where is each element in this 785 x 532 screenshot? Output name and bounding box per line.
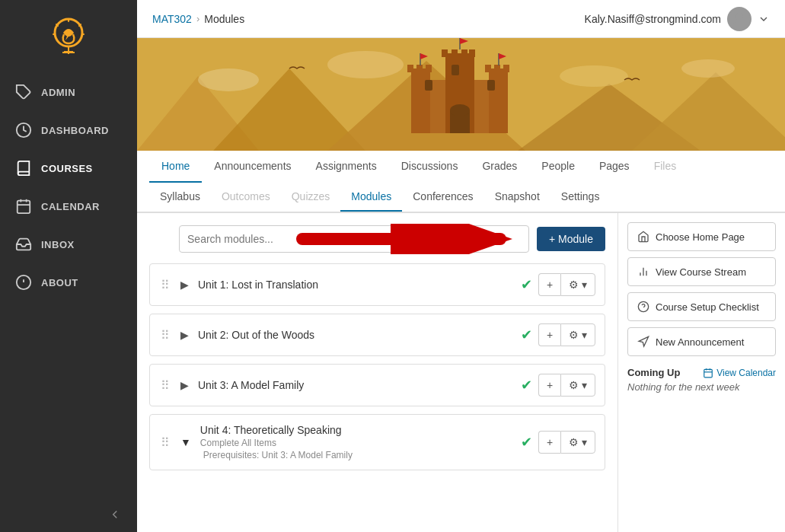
module-title-unit2: Unit 2: Out of the Woods [198, 329, 515, 341]
tab-modules[interactable]: Modules [340, 183, 402, 212]
add-item-unit3-button[interactable]: + [538, 374, 560, 397]
tab-quizzes[interactable]: Quizzes [281, 183, 341, 212]
modules-area: + Module ⠿ ▶ Unit 1: Lost in Translation… [137, 213, 617, 532]
sidebar-item-calendar-label: CALENDAR [41, 201, 100, 212]
tab-snapshot[interactable]: Snapshot [484, 183, 550, 212]
svg-rect-41 [487, 80, 495, 91]
module-actions-unit3: + ⚙ ▾ [538, 374, 595, 397]
sidebar-item-about-label: ABOUT [41, 277, 78, 288]
breadcrumb-separator: › [196, 13, 199, 24]
svg-point-39 [450, 104, 470, 116]
sidebar-item-admin[interactable]: ADMIN [0, 73, 137, 111]
sidebar-collapse-button[interactable] [0, 497, 137, 532]
search-bar-container [179, 225, 529, 253]
breadcrumb-course[interactable]: MAT302 [152, 13, 192, 25]
svg-rect-30 [485, 65, 491, 72]
module-header-unit2: ⠿ ▶ Unit 2: Out of the Woods ✔ + ⚙ ▾ [150, 314, 605, 355]
svg-rect-29 [426, 65, 432, 72]
module-prereq-label-unit4: Prerequisites: Unit 3: A Model Family [203, 450, 515, 460]
course-setup-checklist-label: Course Setup Checklist [656, 301, 759, 313]
add-item-unit4-button[interactable]: + [538, 431, 560, 454]
tab-outcomes[interactable]: Outcomes [211, 183, 281, 212]
tab-settings[interactable]: Settings [550, 183, 611, 212]
inbox-icon [15, 236, 32, 253]
tab-discussions[interactable]: Discussions [389, 151, 471, 183]
expand-unit1-button[interactable]: ▶ [177, 277, 192, 292]
tab-files[interactable]: Files [642, 151, 689, 183]
svg-rect-36 [461, 49, 467, 57]
nothing-text: Nothing for the next week [627, 381, 776, 393]
settings-unit1-button[interactable]: ⚙ ▾ [560, 273, 595, 296]
module-check-unit1: ✔ [521, 276, 532, 293]
expand-unit4-button[interactable]: ▼ [177, 435, 194, 450]
sidebar-item-admin-label: ADMIN [41, 87, 75, 98]
svg-rect-56 [704, 369, 713, 377]
add-module-label: + Module [549, 233, 593, 245]
breadcrumb: MAT302 › Modules [152, 13, 244, 25]
drag-handle-unit3[interactable]: ⠿ [159, 377, 171, 394]
tab-syllabus[interactable]: Syllabus [149, 183, 211, 212]
add-module-button[interactable]: + Module [537, 227, 605, 251]
svg-rect-31 [494, 65, 500, 72]
tab-assignments[interactable]: Assignments [304, 151, 389, 183]
new-announcement-button[interactable]: New Announcement [627, 327, 776, 356]
settings-unit2-button[interactable]: ⚙ ▾ [560, 323, 595, 346]
svg-rect-34 [442, 49, 448, 57]
course-setup-checklist-button[interactable]: Course Setup Checklist [627, 292, 776, 321]
view-calendar-link[interactable]: View Calendar [703, 368, 776, 378]
info-icon [15, 274, 32, 291]
svg-point-13 [736, 12, 744, 21]
add-item-unit2-button[interactable]: + [538, 323, 560, 346]
svg-point-23 [681, 59, 735, 78]
tab-home[interactable]: Home [149, 151, 202, 183]
user-menu[interactable]: Kaly.Nasiff@strongmind.com [585, 7, 770, 31]
module-header-unit4: ⠿ ▼ Unit 4: Theoretically Speaking Compl… [150, 415, 605, 470]
home-icon [637, 231, 649, 243]
drag-handle-unit2[interactable]: ⠿ [159, 327, 171, 344]
settings-unit3-button[interactable]: ⚙ ▾ [560, 374, 595, 397]
sidebar-item-courses[interactable]: COURSES [0, 149, 137, 187]
drag-handle-unit4[interactable]: ⠿ [159, 434, 171, 451]
expand-unit2-button[interactable]: ▶ [177, 327, 192, 342]
expand-unit3-button[interactable]: ▶ [177, 377, 192, 393]
tab-pages[interactable]: Pages [587, 151, 642, 183]
tab-people[interactable]: People [529, 151, 587, 183]
top-header: MAT302 › Modules Kaly.Nasiff@strongmind.… [137, 0, 785, 38]
settings-unit4-button[interactable]: ⚙ ▾ [560, 431, 595, 454]
coming-up-section: Coming Up View Calendar Nothing for the … [627, 367, 776, 393]
banner-illustration [137, 38, 785, 151]
chevron-left-icon [108, 508, 122, 521]
tab-grades[interactable]: Grades [470, 151, 529, 183]
module-check-unit3: ✔ [521, 377, 532, 393]
tab-conferences[interactable]: Conferences [402, 183, 483, 212]
content-body: + Module ⠿ ▶ Unit 1: Lost in Translation… [137, 213, 785, 532]
view-calendar-text: View Calendar [716, 368, 776, 378]
module-header-unit3: ⠿ ▶ Unit 3: A Model Family ✔ + ⚙ ▾ [150, 365, 605, 406]
new-announcement-label: New Announcement [656, 336, 744, 348]
dashboard-icon [15, 122, 32, 139]
svg-rect-28 [416, 65, 423, 72]
view-course-stream-label: View Course Stream [656, 266, 746, 278]
module-actions-unit2: + ⚙ ▾ [538, 323, 595, 346]
right-sidebar: Choose Home Page View Course Stream [617, 213, 785, 532]
svg-point-22 [560, 65, 628, 87]
sidebar-item-inbox[interactable]: INBOX [0, 225, 137, 263]
module-title-unit1: Unit 1: Lost in Translation [198, 279, 515, 291]
drag-handle-unit1[interactable]: ⠿ [159, 276, 171, 294]
sidebar-item-calendar[interactable]: CALENDAR [0, 187, 137, 225]
tab-announcements[interactable]: Announcements [202, 151, 303, 183]
sidebar-item-about[interactable]: ABOUT [0, 263, 137, 301]
question-circle-icon [637, 301, 649, 313]
search-input[interactable] [179, 225, 529, 253]
add-item-unit1-button[interactable]: + [538, 273, 560, 296]
module-title-unit4: Unit 4: Theoretically Speaking [200, 424, 515, 436]
svg-rect-26 [489, 68, 508, 133]
user-email: Kaly.Nasiff@strongmind.com [585, 13, 721, 25]
svg-rect-27 [407, 65, 413, 72]
calendar-small-icon [703, 368, 713, 378]
book-icon [15, 160, 32, 177]
module-card-unit3: ⠿ ▶ Unit 3: A Model Family ✔ + ⚙ ▾ [149, 364, 605, 406]
sidebar-item-dashboard[interactable]: DASHBOARD [0, 111, 137, 149]
choose-home-page-button[interactable]: Choose Home Page [627, 222, 776, 251]
view-course-stream-button[interactable]: View Course Stream [627, 257, 776, 286]
